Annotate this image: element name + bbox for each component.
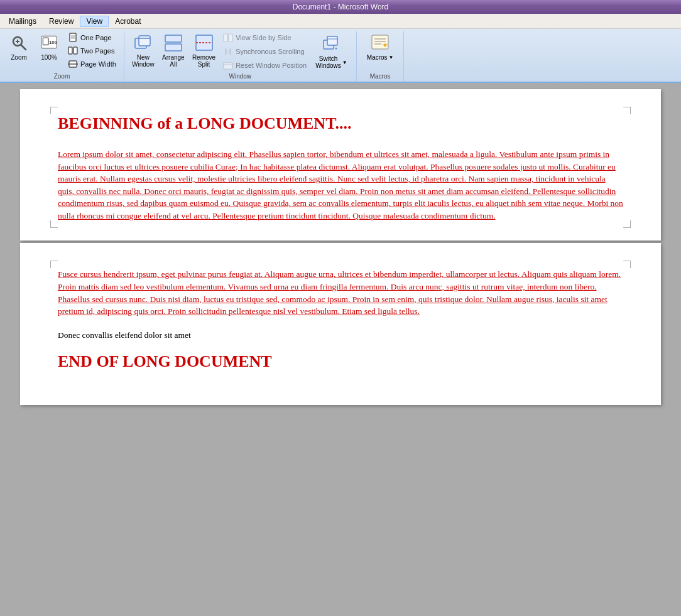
one-page-button[interactable]: One Page [65,31,119,44]
twopages-icon [68,46,78,56]
svg-text:100: 100 [49,40,58,45]
remove-split-label: RemoveSplit [192,54,215,68]
synchronous-scrolling-label: Synchronous Scrolling [236,48,304,55]
corner-bl [50,220,58,228]
ribbon-group-zoom: Zoom 100 100% [0,31,124,82]
arrange-all-label: ArrangeAll [162,54,185,68]
ribbon-group-macros: Macros ▼ Macros [357,31,405,82]
page-width-label: Page Width [80,60,116,68]
zoom-label: Zoom [11,54,27,61]
zoom-buttons: Zoom 100 100% [5,31,119,72]
svg-rect-27 [229,34,232,41]
menu-acrobat[interactable]: Acrobat [109,16,147,27]
reset-window-label: Reset Window Position [236,62,307,69]
view-side-label: View Side by Side [236,34,291,41]
view-side-icon [223,33,233,43]
sync-scroll-icon [223,46,233,57]
page2-body2: Donec convallis eleifend dolor sit amet [58,329,623,342]
page1-heading: BEGINNING of a LONG DOCUMENT.... [58,114,623,133]
new-window-button[interactable]: NewWindow [129,31,157,69]
ribbon-group-window: NewWindow ArrangeAll [124,31,357,82]
document-area: BEGINNING of a LONG DOCUMENT.... Lorem i… [0,83,681,598]
title-text: Document1 - Microsoft Word [293,3,389,11]
new-window-label: NewWindow [132,54,155,68]
title-bar: Document1 - Microsoft Word [0,0,681,14]
one-page-label: One Page [80,34,112,41]
hundred-percent-button[interactable]: 100 100% [35,31,63,62]
ribbon: Zoom 100 100% [0,29,681,83]
corner-tl [50,107,58,114]
switch-windows-icon [321,33,341,54]
onepage-icon [68,33,78,43]
macros-icon [370,33,390,53]
page-1: BEGINNING of a LONG DOCUMENT.... Lorem i… [20,89,661,240]
svg-rect-31 [327,36,337,45]
pagewidth-icon [68,59,78,69]
new-window-icon [133,33,153,53]
switch-windows-button[interactable]: SwitchWindows ▼ [312,31,351,70]
menu-view[interactable]: View [80,16,109,27]
two-pages-button[interactable]: Two Pages [65,45,119,57]
corner-tr [623,107,631,114]
reset-window-button[interactable]: Reset Window Position [221,59,309,72]
page2-corner-tr [623,261,631,268]
macros-arrow: ▼ [389,55,394,60]
svg-rect-23 [165,44,182,51]
menu-mailings[interactable]: Mailings [3,16,43,27]
svg-rect-20 [139,36,150,46]
page-2: Fusce cursus hendrerit ipsum, eget pulvi… [20,243,661,405]
switch-windows-label: SwitchWindows [315,55,341,69]
zoom-group-label: Zoom [5,72,119,82]
macros-group-label: Macros [362,72,399,82]
svg-rect-28 [224,63,232,69]
page1-body: Lorem ipsum dolor sit amet, consectetur … [58,148,623,222]
svg-rect-22 [165,35,182,42]
svg-rect-12 [74,47,77,54]
switch-windows-arrow: ▼ [342,60,347,65]
remove-split-button[interactable]: RemoveSplit [190,31,218,69]
arrange-all-button[interactable]: ArrangeAll [160,31,187,69]
two-pages-label: Two Pages [80,47,114,55]
page2-body1: Fusce cursus hendrerit ipsum, eget pulvi… [58,268,623,317]
view-side-by-side-button[interactable]: View Side by Side [221,31,309,44]
svg-rect-26 [224,34,227,41]
svg-marker-33 [335,48,337,50]
corner-br [623,220,631,228]
macros-button[interactable]: Macros ▼ [362,31,399,62]
macros-label: Macros [367,54,388,61]
page-width-button[interactable]: Page Width [65,58,119,70]
reset-window-icon [223,60,233,70]
synchronous-scrolling-button[interactable]: Synchronous Scrolling [221,45,309,58]
zoom-icon [9,33,29,53]
hundred-label: 100% [41,54,57,61]
window-buttons: NewWindow ArrangeAll [129,31,351,72]
macros-buttons: Macros ▼ [362,31,399,72]
zoom-small-buttons: One Page Two Pages [65,31,119,70]
menu-review[interactable]: Review [43,16,80,27]
page2-corner-tl [50,261,58,268]
zoom-button[interactable]: Zoom [5,31,33,62]
window-group-label: Window [129,72,351,82]
hundred-icon: 100 [39,33,59,53]
remove-split-icon [194,33,214,53]
svg-rect-34 [372,35,388,49]
svg-line-1 [21,45,26,50]
arrange-all-icon [163,33,183,53]
svg-rect-11 [68,47,72,54]
menu-bar: Mailings Review View Acrobat [0,14,681,29]
page2-heading: END OF LONG DOCUMENT [58,352,623,371]
